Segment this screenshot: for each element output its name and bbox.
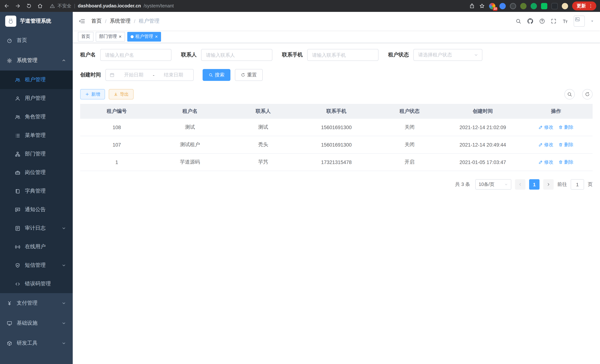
edit-button[interactable]: 修改 bbox=[539, 141, 553, 148]
browser-update-button[interactable]: 更新 bbox=[572, 1, 596, 10]
tab-tenant-management[interactable]: 租户管理 × bbox=[127, 32, 161, 41]
browser-extension-icon[interactable] bbox=[541, 3, 547, 9]
tab-dept-management[interactable]: 部门管理 × bbox=[96, 32, 125, 41]
sidebar-item-label: 部门管理 bbox=[25, 151, 46, 157]
browser-reload-icon[interactable] bbox=[26, 3, 32, 9]
column-header: 操作 bbox=[519, 104, 593, 119]
tenant-status-select[interactable]: 请选择租户状态 bbox=[413, 49, 482, 61]
search-icon[interactable] bbox=[516, 18, 521, 24]
sidebar-item-dept-management[interactable]: 部门管理 bbox=[0, 145, 73, 163]
font-size-icon[interactable] bbox=[562, 18, 568, 24]
edit-button[interactable]: 修改 bbox=[539, 124, 553, 131]
search-button-label: 搜索 bbox=[215, 72, 225, 78]
breadcrumb-separator: / bbox=[105, 18, 106, 24]
delete-button[interactable]: 删除 bbox=[559, 159, 573, 165]
sidebar-item-label: 错误码管理 bbox=[25, 280, 51, 287]
page-size-select[interactable]: 10条/页 bbox=[475, 179, 511, 190]
reset-button[interactable]: 重置 bbox=[235, 69, 263, 81]
browser-home-icon[interactable] bbox=[37, 3, 43, 9]
extension-badge: 10 bbox=[493, 7, 497, 10]
app-logo-row[interactable]: 芋道管理系统 bbox=[0, 12, 73, 30]
sidebar-item-home[interactable]: 首页 bbox=[0, 30, 73, 50]
browser-back-icon[interactable] bbox=[4, 3, 10, 9]
question-help-icon[interactable] bbox=[539, 18, 545, 24]
users-icon bbox=[15, 77, 20, 83]
sidebar-item-label: 短信管理 bbox=[25, 262, 46, 269]
sidebar-item-notice[interactable]: 通知公告 bbox=[0, 200, 73, 219]
avatar[interactable] bbox=[574, 16, 585, 27]
browser-extension-icon[interactable] bbox=[551, 3, 558, 9]
browser-extension-icon[interactable] bbox=[562, 3, 568, 9]
share-icon[interactable] bbox=[469, 3, 475, 9]
toggle-search-button[interactable] bbox=[564, 89, 575, 99]
sidebar-item-error-code-management[interactable]: 错误码管理 bbox=[0, 275, 73, 293]
sidebar-item-dev-tools[interactable]: 研发工具 bbox=[0, 333, 73, 353]
app-title: 芋道管理系统 bbox=[20, 18, 51, 25]
goto-label: 前往 bbox=[557, 181, 567, 188]
create-time-label: 创建时间 bbox=[80, 72, 105, 78]
caret-down-icon[interactable] bbox=[590, 19, 594, 23]
tenant-name-label: 租户名 bbox=[80, 52, 100, 58]
kebab-menu-icon[interactable] bbox=[588, 3, 593, 9]
delete-button[interactable]: 删除 bbox=[559, 124, 573, 131]
dashboard-icon bbox=[7, 38, 12, 43]
browser-extension-icon[interactable] bbox=[531, 3, 537, 9]
security-label[interactable]: 不安全 bbox=[57, 3, 71, 9]
refresh-table-button[interactable] bbox=[582, 89, 593, 99]
sidebar-item-system-management[interactable]: 系统管理 bbox=[0, 50, 73, 71]
close-icon[interactable]: × bbox=[119, 34, 122, 39]
edit-button[interactable]: 修改 bbox=[539, 159, 553, 165]
cell-created: 2021-12-14 21:02:09 bbox=[446, 119, 519, 136]
browser-extension-icon[interactable] bbox=[520, 3, 526, 9]
search-button[interactable]: 搜索 bbox=[203, 69, 230, 81]
sidebar-item-user-management[interactable]: 用户管理 bbox=[0, 89, 73, 108]
sidebar-item-sms-management[interactable]: 短信管理 bbox=[0, 256, 73, 275]
sidebar-item-tenant-management[interactable]: 租户管理 bbox=[0, 71, 73, 89]
sidebar-item-audit-log[interactable]: 审计日志 bbox=[0, 219, 73, 237]
fullscreen-icon[interactable] bbox=[551, 18, 557, 24]
contact-phone-input[interactable] bbox=[307, 49, 378, 61]
table-row[interactable]: 107 测试租户 秃头 15601691300 关闭 2021-12-14 20… bbox=[80, 136, 593, 154]
sidebar-item-menu-management[interactable]: 菜单管理 bbox=[0, 126, 73, 145]
navbar: 首页 / 系统管理 / 租户管理 bbox=[73, 12, 600, 30]
tenant-name-input[interactable] bbox=[100, 49, 171, 61]
create-time-range-picker[interactable]: 开始日期 - 结束日期 bbox=[105, 69, 194, 81]
date-separator: - bbox=[153, 72, 155, 78]
contact-input[interactable] bbox=[201, 49, 272, 61]
breadcrumb-item[interactable]: 系统管理 bbox=[110, 18, 131, 25]
add-button[interactable]: 新增 bbox=[80, 89, 105, 99]
export-button-label: 导出 bbox=[120, 91, 129, 97]
next-page-button[interactable] bbox=[543, 179, 554, 190]
refresh-icon bbox=[241, 73, 245, 77]
browser-extension-icon[interactable]: 10 bbox=[489, 3, 495, 9]
github-icon[interactable] bbox=[527, 18, 534, 25]
tenant-table: 租户编号 租户名 联系人 联系手机 租户状态 创建时间 操作 108 测试 测试… bbox=[80, 104, 593, 171]
table-row[interactable]: 108 测试 测试 15601691300 关闭 2021-12-14 21:0… bbox=[80, 119, 593, 136]
sidebar-item-role-management[interactable]: 角色管理 bbox=[0, 108, 73, 126]
delete-button[interactable]: 删除 bbox=[559, 141, 573, 148]
sidebar-item-infrastructure[interactable]: 基础设施 bbox=[0, 313, 73, 333]
close-icon[interactable]: × bbox=[155, 34, 158, 39]
table-row[interactable]: 1 芋道源码 芋艿 17321315478 开启 2021-01-05 17:0… bbox=[80, 154, 593, 171]
menu-fold-icon[interactable] bbox=[79, 18, 85, 25]
bookmark-star-icon[interactable] bbox=[479, 3, 485, 9]
prev-page-button[interactable] bbox=[515, 179, 525, 190]
browser-forward-icon[interactable] bbox=[15, 3, 21, 9]
tab-home[interactable]: 首页 bbox=[78, 32, 94, 41]
page-number-button[interactable]: 1 bbox=[529, 179, 540, 190]
tree-icon bbox=[15, 151, 20, 157]
sidebar-item-payment-management[interactable]: 支付管理 bbox=[0, 293, 73, 313]
goto-page-input[interactable] bbox=[571, 179, 584, 190]
chevron-down-icon bbox=[62, 226, 66, 230]
sidebar-item-dict-management[interactable]: 字典管理 bbox=[0, 182, 73, 200]
breadcrumb-item-current: 租户管理 bbox=[139, 18, 159, 25]
address-bar[interactable]: 不安全 | dashboard.yudao.iocoder.cn/system/… bbox=[50, 3, 174, 9]
cell-actions: 修改 删除 bbox=[519, 119, 593, 136]
edit-label: 修改 bbox=[544, 159, 553, 165]
export-button[interactable]: 导出 bbox=[109, 89, 134, 99]
sidebar-item-online-users[interactable]: 在线用户 bbox=[0, 237, 73, 256]
sidebar-item-post-management[interactable]: 岗位管理 bbox=[0, 163, 73, 182]
breadcrumb-item[interactable]: 首页 bbox=[91, 18, 102, 25]
browser-extension-icon[interactable] bbox=[499, 3, 506, 9]
browser-extension-icon[interactable] bbox=[510, 3, 516, 9]
